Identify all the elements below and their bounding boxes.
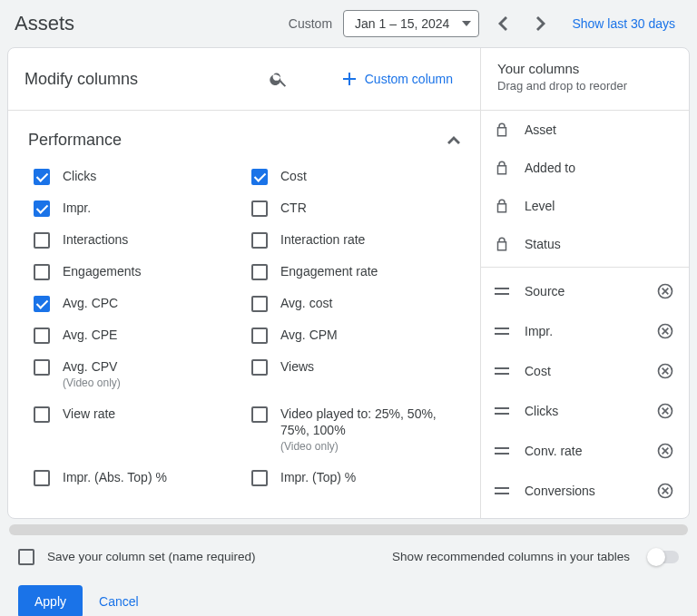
metric-checkbox-row[interactable]: Avg. CPC	[28, 288, 246, 319]
show-recommended-label: Show recommended columns in your tables	[392, 550, 630, 563]
metric-checkbox-row[interactable]: Avg. cost	[246, 288, 464, 319]
svg-rect-16	[495, 493, 509, 494]
svg-rect-6	[495, 367, 509, 369]
section-performance-toggle[interactable]: Performance	[8, 114, 480, 161]
locked-column-label: Asset	[525, 122, 674, 137]
svg-rect-15	[495, 487, 509, 489]
metric-checkbox-row[interactable]: Avg. CPE	[28, 319, 246, 351]
date-range-select[interactable]: Jan 1 – 15, 2024	[343, 10, 479, 37]
draggable-column-row[interactable]: Cost	[481, 351, 689, 391]
metric-checkbox-row[interactable]: Video played to: 25%, 50%, 75%, 100%(Vid…	[246, 398, 464, 462]
draggable-column-row[interactable]: Clicks	[481, 391, 689, 431]
metric-checkbox-row[interactable]: Interaction rate	[246, 224, 464, 256]
svg-rect-13	[495, 453, 509, 455]
checkbox[interactable]	[34, 328, 50, 344]
search-icon	[269, 69, 289, 89]
remove-column-button[interactable]	[656, 442, 674, 460]
show-recommended-toggle[interactable]	[648, 551, 679, 563]
remove-column-button[interactable]	[656, 362, 674, 380]
horizontal-scrollbar[interactable]	[9, 524, 688, 535]
remove-column-button[interactable]	[656, 402, 674, 420]
checkbox[interactable]	[251, 232, 268, 249]
drag-handle-icon[interactable]	[494, 406, 510, 416]
checkbox[interactable]	[34, 470, 50, 486]
metric-label: Avg. CPV(Video only)	[63, 358, 121, 391]
metric-checkbox-row[interactable]: Avg. CPV(Video only)	[28, 351, 246, 398]
checkbox[interactable]	[251, 264, 268, 280]
svg-rect-12	[495, 447, 509, 449]
metric-label: Cost	[280, 168, 307, 184]
metric-label: Engagement rate	[280, 263, 378, 279]
remove-column-button[interactable]	[656, 282, 674, 300]
checkbox[interactable]	[34, 406, 50, 423]
svg-rect-9	[495, 407, 509, 409]
custom-column-button[interactable]: Custom column	[332, 72, 464, 86]
remove-column-button[interactable]	[656, 482, 674, 500]
checkbox[interactable]	[251, 296, 268, 312]
svg-rect-4	[495, 333, 509, 335]
metric-label: Impr. (Top) %	[280, 469, 356, 485]
prev-period-button[interactable]	[488, 9, 517, 38]
drag-handle-icon[interactable]	[494, 446, 510, 455]
section-performance-title: Performance	[28, 131, 447, 150]
cancel-button[interactable]: Cancel	[99, 594, 139, 609]
metric-label: Impr. (Abs. Top) %	[63, 469, 167, 485]
metric-checkbox-row[interactable]: Clicks	[28, 161, 246, 192]
save-column-set-checkbox[interactable]	[18, 549, 34, 565]
metric-checkbox-row[interactable]: Impr. (Abs. Top) %	[28, 462, 246, 494]
page-title: Assets	[15, 12, 280, 35]
checkbox[interactable]	[251, 406, 268, 423]
drag-handle-icon[interactable]	[494, 287, 510, 296]
draggable-column-label: Clicks	[525, 404, 642, 418]
draggable-column-row[interactable]: Impr.	[481, 311, 689, 351]
metric-checkbox-row[interactable]: Avg. CPM	[246, 319, 464, 351]
metric-checkbox-row[interactable]: Impr. (Top) %	[246, 462, 464, 494]
draggable-column-row[interactable]: Source	[481, 271, 689, 311]
drag-handle-icon[interactable]	[494, 327, 510, 336]
svg-rect-1	[495, 293, 509, 295]
custom-column-label: Custom column	[365, 72, 453, 86]
drag-handle-icon[interactable]	[494, 486, 510, 495]
checkbox[interactable]	[251, 169, 268, 185]
metric-label: Interactions	[63, 231, 128, 248]
locked-column-label: Level	[525, 199, 674, 213]
apply-button[interactable]: Apply	[18, 585, 83, 616]
checkbox[interactable]	[251, 470, 268, 486]
draggable-column-label: Cost	[525, 364, 642, 378]
metric-sublabel: (Video only)	[63, 376, 121, 391]
checkbox[interactable]	[34, 296, 50, 312]
metrics-pane[interactable]: Performance ClicksCostImpr.CTRInteractio…	[8, 111, 480, 518]
draggable-column-row[interactable]: Conv. rate	[481, 431, 689, 471]
remove-column-button[interactable]	[656, 322, 674, 340]
metric-checkbox-row[interactable]: Engagement rate	[246, 256, 464, 288]
draggable-column-row[interactable]: Conversions	[481, 471, 689, 511]
your-columns-pane[interactable]: AssetAdded toLevelStatus SourceImpr.Cost…	[480, 111, 689, 518]
date-range-text: Jan 1 – 15, 2024	[355, 16, 449, 31]
checkbox[interactable]	[34, 232, 50, 249]
svg-rect-0	[495, 288, 509, 289]
your-columns-subtitle: Drag and drop to reorder	[497, 79, 672, 93]
show-last-30-days-link[interactable]: Show last 30 days	[564, 11, 682, 36]
metric-checkbox-row[interactable]: Views	[246, 351, 464, 398]
metric-checkbox-row[interactable]: View rate	[28, 398, 246, 462]
checkbox[interactable]	[34, 264, 50, 280]
metric-checkbox-row[interactable]: Engagements	[28, 256, 246, 288]
checkbox[interactable]	[251, 200, 268, 217]
checkbox[interactable]	[251, 359, 268, 376]
chevron-right-icon	[536, 16, 545, 31]
metric-checkbox-row[interactable]: Cost	[246, 161, 464, 192]
lock-icon	[494, 122, 510, 138]
drag-handle-icon[interactable]	[494, 367, 510, 376]
search-button[interactable]	[262, 63, 295, 95]
checkbox[interactable]	[34, 169, 50, 185]
svg-rect-7	[495, 373, 509, 375]
checkbox[interactable]	[34, 200, 50, 217]
your-columns-title: Your columns	[497, 61, 672, 76]
metric-checkbox-row[interactable]: CTR	[246, 192, 464, 224]
next-period-button[interactable]	[526, 9, 555, 38]
metric-checkbox-row[interactable]: Impr.	[28, 192, 246, 224]
metric-checkbox-row[interactable]: Interactions	[28, 224, 246, 256]
checkbox[interactable]	[34, 359, 50, 376]
modify-columns-card: Modify columns Custom column Your column…	[7, 47, 690, 519]
checkbox[interactable]	[251, 328, 268, 344]
